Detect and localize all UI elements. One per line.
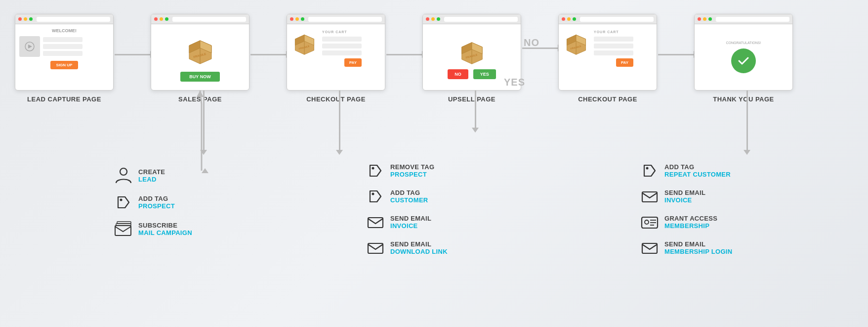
dot-red-up [426, 17, 429, 21]
checkout1-cart-label: YOUR CART [322, 30, 362, 34]
svg-point-27 [372, 167, 374, 170]
svg-rect-38 [642, 243, 657, 253]
upsell-no-button[interactable]: NO [448, 69, 468, 79]
action-text-add-tag-prospect: ADD TAG PROSPECT [138, 195, 175, 210]
envelope-icon-co1-2 [366, 238, 385, 258]
browser-sales: FRAGILE BUY NOW [151, 14, 249, 91]
dot-yellow-sales [160, 17, 163, 21]
membership-value: MEMBERSHIP [664, 222, 717, 230]
svg-point-22 [120, 168, 127, 175]
co1-v-arrowhead [336, 150, 343, 155]
checkmark-container [731, 48, 756, 73]
browser-toolbar-co1 [287, 14, 385, 24]
arrow-line-3 [386, 54, 422, 55]
main-stage: WELCOME! SIGN UP LE [0, 0, 868, 327]
tag-icon-sales-1 [114, 192, 133, 212]
pay-button-2[interactable]: PAY [616, 58, 633, 67]
sales-v-arrowhead [200, 150, 207, 155]
arrow-sales-down [200, 91, 207, 155]
download-value: DOWNLOAD LINK [390, 248, 448, 255]
pay-button-1[interactable]: PAY [344, 58, 362, 67]
action-add-tag-customer: ADD TAG CUSTOMER [366, 187, 448, 206]
arrow-co2-to-ty [658, 51, 699, 58]
action-text-create-lead: CREATE LEAD [138, 168, 165, 184]
co2-field-3 [594, 50, 633, 55]
thankyou-actions: ADD TAG REPEAT CUSTOMER SEND EMAIL INVOI… [640, 161, 732, 258]
page-label-checkout2: CHECKOUT PAGE [578, 95, 637, 103]
addressbar-sales [172, 17, 246, 22]
dot-red-sales [154, 17, 158, 21]
action-add-tag-prospect: ADD TAG PROSPECT [114, 192, 192, 212]
up-arrow-sales [202, 168, 208, 173]
grant-access-label: GRANT ACCESS [664, 215, 717, 223]
create-label: CREATE [138, 168, 165, 176]
checkout2-right: YOUR CART PAY [594, 28, 633, 67]
svg-rect-32 [642, 192, 657, 202]
action-text-add-tag-repeat: ADD TAG REPEAT CUSTOMER [664, 163, 731, 179]
co2-field-2 [594, 44, 633, 48]
add-tag-label-2: ADD TAG [390, 189, 428, 197]
dot-red-ty [698, 17, 701, 21]
svg-rect-24 [115, 226, 131, 235]
action-text-add-tag-customer: ADD TAG CUSTOMER [390, 189, 428, 204]
congrats-text: CONGRATULATIONS! [726, 41, 761, 45]
sales-box-icon: FRAGILE [184, 33, 216, 70]
action-text-grant-access: GRANT ACCESS MEMBERSHIP [664, 215, 717, 230]
add-tag-label-ty: ADD TAG [664, 163, 731, 171]
upsell-buttons: NO YES [448, 69, 496, 79]
lcp-welcome-text: WELCOME! [19, 28, 109, 33]
membership-login-value: MEMBERSHIP LOGIN [664, 248, 732, 255]
no-branch-arrow [522, 45, 563, 51]
prospect-value-2: PROSPECT [390, 171, 434, 178]
arrow-lcp-to-sales [115, 51, 155, 58]
action-text-remove-tag: REMOVE TAG PROSPECT [390, 163, 434, 179]
lcp-image [19, 36, 40, 57]
yes-label: YES [504, 77, 525, 88]
buy-now-button[interactable]: BUY NOW [180, 72, 219, 82]
browser-thankyou: CONGRATULATIONS! [694, 14, 793, 91]
addressbar-co2 [580, 17, 654, 22]
svg-point-23 [120, 199, 123, 201]
repeat-customer-value: REPEAT CUSTOMER [664, 171, 731, 178]
sales-v-line [203, 91, 205, 150]
browser-content-co2: FRAGILE YOUR CART PAY [559, 24, 657, 90]
co1-field-1 [322, 37, 362, 42]
action-send-email-membership: SEND EMAIL MEMBERSHIP LOGIN [640, 238, 732, 258]
upsell-yes-button[interactable]: YES [473, 69, 496, 79]
co1-v-line [339, 91, 340, 150]
action-add-tag-repeat: ADD TAG REPEAT CUSTOMER [640, 161, 732, 181]
page-lead-capture: WELCOME! SIGN UP LE [15, 14, 114, 103]
addressbar-co1 [308, 17, 382, 22]
dot-red-lcp [18, 17, 22, 21]
lcp-signup-button[interactable]: SIGN UP [50, 61, 79, 69]
page-label-lcp: LEAD CAPTURE PAGE [27, 95, 101, 103]
sales-actions: CREATE LEAD ADD TAG PROSPECT [114, 166, 192, 239]
page-checkout2: FRAGILE YOUR CART PAY CHECKOUT PAGE [558, 14, 657, 103]
browser-toolbar-sales [151, 14, 249, 24]
arrow-sales-to-checkout1 [250, 51, 291, 58]
page-checkout1: FRAGILE YOUR CART PAY CHECKOUT PAGE [287, 14, 385, 103]
lcp-row [19, 36, 109, 57]
upsell-box-icon: FRAGILE [456, 36, 488, 67]
dot-yellow-co1 [295, 17, 299, 21]
action-create-lead: CREATE LEAD [114, 166, 192, 186]
send-email-label-2: SEND EMAIL [390, 240, 448, 248]
checkout1-box-icon: FRAGILE [291, 28, 318, 62]
checkout1-right: YOUR CART PAY [322, 28, 362, 67]
dot-yellow-up [431, 17, 435, 21]
action-text-send-email-invoice-ty: SEND EMAIL INVOICE [664, 189, 705, 204]
browser-toolbar-up [423, 14, 521, 24]
tag-icon-ty-1 [640, 161, 660, 181]
send-email-label-1: SEND EMAIL [390, 215, 431, 223]
arrow-line-1 [115, 54, 150, 55]
envelope-icon-ty-1 [640, 187, 660, 206]
svg-point-34 [645, 220, 649, 224]
checkout2-cart-label: YOUR CART [594, 30, 633, 34]
tag-icon-co1-2 [366, 187, 385, 206]
action-send-email-download: SEND EMAIL DOWNLOAD LINK [366, 238, 448, 258]
arrow-line-2 [250, 54, 286, 55]
dot-green-co2 [573, 17, 576, 21]
envelope-icon-ty-2 [640, 238, 660, 258]
action-subscribe: SUBSCRIBE MAIL CAMPAIGN [114, 219, 192, 239]
svg-point-31 [646, 167, 649, 170]
